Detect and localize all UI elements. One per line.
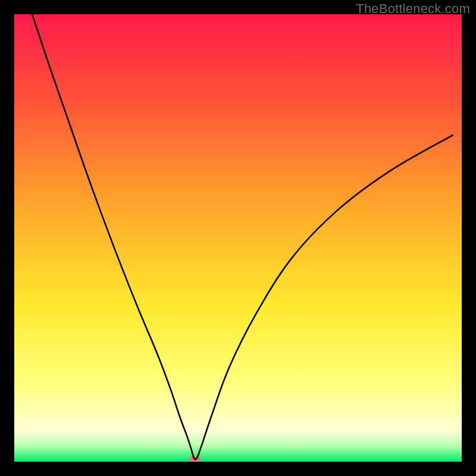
watermark-text: TheBottleneck.com	[356, 1, 470, 17]
chart-svg	[14, 14, 462, 462]
gradient-background	[14, 14, 462, 462]
chart-frame	[14, 14, 462, 462]
